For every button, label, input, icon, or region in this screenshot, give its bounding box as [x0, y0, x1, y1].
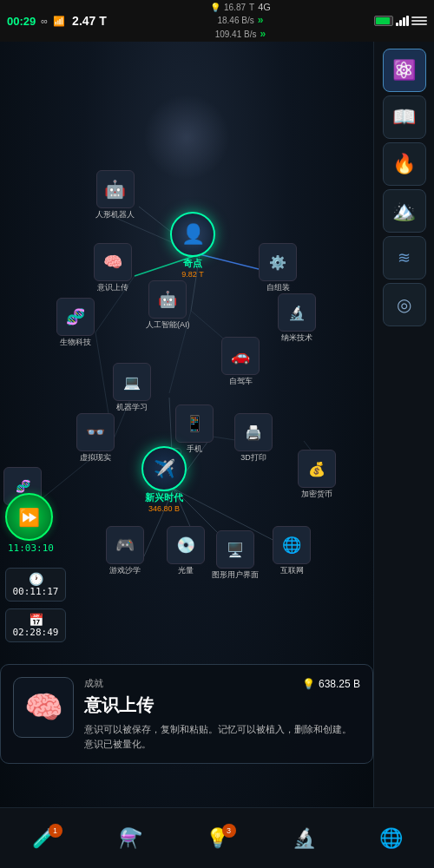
nav-badge-1: 1	[49, 824, 62, 838]
tech-node-biotech[interactable]: 🧬 生物科技	[56, 298, 95, 347]
battery-icon	[374, 16, 393, 26]
timer-box-2[interactable]: 🕐 00:11:17	[5, 568, 66, 602]
bulb-icon-achievement: 💡	[302, 678, 315, 690]
status-bar: 00:29 ∞ 📶 2.47 T 💡 16.87 T 4G 18.46 B/s …	[0, 0, 434, 42]
nano-icon: 🔬	[278, 293, 316, 332]
achievement-emoji: 🧠	[24, 689, 63, 726]
tech-node-singularity[interactable]: 👤 奇点 9.82 T	[170, 212, 215, 279]
signal-bar-1	[396, 23, 398, 26]
bulb-icon: 💡	[210, 3, 220, 12]
ai-label: 人工智能(AI)	[146, 320, 190, 330]
nav-icon-1: 🧪 1	[32, 827, 56, 850]
bulb-stat: 💡 16.87 T 4G	[210, 2, 271, 12]
right-sidebar: ⚛️ 📖 🔥 🏔️ ≋ ◎ ⚡	[373, 42, 434, 868]
left-panel: ⏩ 11:03:10 🕐 00:11:17 📅 02:28:49	[0, 493, 56, 642]
ml-icon: 💻	[113, 363, 151, 401]
menu-line-2	[411, 20, 427, 22]
achievement-points-value: 638.25 B	[319, 678, 360, 690]
selfbuild-icon: ⚙️	[259, 243, 297, 281]
tech-node-ai[interactable]: 🤖 人工智能(AI)	[146, 280, 190, 330]
vr-label: 虚拟现实	[80, 453, 111, 463]
tech-node-ml[interactable]: 💻 机器学习	[113, 363, 151, 412]
internet-label: 互联网	[280, 566, 304, 575]
ml-label: 机器学习	[116, 403, 148, 412]
newera-value: 346.80 B	[148, 504, 180, 513]
internet-icon: 🌐	[273, 526, 311, 564]
timer-box-3[interactable]: 📅 02:28:49	[5, 608, 66, 642]
achievement-tag: 成就	[84, 677, 103, 690]
nav-item-3[interactable]: 💡 3	[191, 827, 243, 850]
bulb-value: 16.87	[224, 3, 246, 12]
mobile-icon: 📱	[175, 404, 214, 443]
fast-forward-icon: ⏩	[18, 507, 40, 528]
timer-value-3: 02:28:49	[11, 627, 60, 638]
sidebar-btn-wave[interactable]: ≋	[383, 236, 426, 279]
tech-node-internet[interactable]: 🌐 互联网	[273, 526, 311, 575]
nav-item-4[interactable]: 🔬	[278, 827, 330, 850]
timer-icon-2: 🕐	[11, 572, 60, 586]
tech-node-android[interactable]: 🤖 人形机器人	[95, 170, 135, 220]
status-right	[374, 16, 427, 26]
singularity-value: 9.82 T	[181, 270, 203, 279]
achievement-points: 💡 638.25 B	[302, 678, 360, 690]
print3d-icon: 🖨️	[234, 413, 273, 451]
glow-effect	[143, 94, 230, 181]
nav-icon-3: 💡 3	[206, 827, 229, 850]
newera-icon: ✈️	[141, 446, 187, 491]
signal-bars	[396, 16, 409, 26]
network-stats: 💡 16.87 T 4G 18.46 B/s » 109.41 B/s »	[112, 2, 369, 40]
tech-node-autocar[interactable]: 🚗 自驾车	[221, 337, 260, 386]
singularity-label: 奇点	[183, 257, 202, 270]
tech-node-nano[interactable]: 🔬 纳米技术	[278, 293, 316, 343]
singularity-icon: 👤	[170, 212, 215, 257]
achievement-content: 成就 💡 638.25 B 意识上传 意识可以被保存，复制和粘贴。记忆可以被植入…	[84, 677, 360, 751]
sidebar-btn-mountain[interactable]: 🏔️	[383, 189, 426, 233]
menu-button[interactable]	[411, 16, 427, 25]
net-up: 109.41 B/s »	[215, 28, 266, 40]
signal-bar-4	[406, 16, 409, 26]
net-up-arrow: »	[260, 28, 266, 40]
tech-node-optical[interactable]: 💿 光量	[167, 526, 205, 575]
tech-node-vr[interactable]: 👓 虚拟现实	[76, 413, 115, 463]
crypto-label: 加密货币	[301, 490, 332, 499]
game-area[interactable]: 🤖 人形机器人 👤 奇点 9.82 T 🧠 意识上传 ⚙️ 自组装 🧬 生物科技…	[0, 42, 373, 868]
balance-display: 2.47 T	[72, 14, 107, 28]
tech-node-crypto[interactable]: 💰 加密货币	[298, 450, 336, 499]
timer-icon-3: 📅	[11, 613, 60, 627]
4g-icon: 4G	[258, 2, 271, 12]
tech-node-newera[interactable]: ✈️ 新兴时代 346.80 B	[141, 446, 187, 513]
menu-line-3	[411, 23, 427, 25]
fast-forward-button[interactable]: ⏩	[5, 493, 53, 541]
signal-bar-3	[403, 17, 405, 26]
biotech-label: 生物科技	[60, 338, 91, 347]
tech-node-gui[interactable]: 🖥️ 图形用户界面	[212, 530, 259, 580]
newera-label: 新兴时代	[145, 491, 183, 504]
timer-value-2: 00:11:17	[11, 586, 60, 597]
bottom-nav: 🧪 1 ⚗️ 💡 3 🔬 🌐	[0, 807, 434, 868]
battery-fill	[376, 17, 390, 24]
nav-icon-5: 🌐	[379, 827, 403, 850]
biotech-icon: 🧬	[56, 298, 95, 336]
gui-label: 图形用户界面	[212, 570, 259, 580]
sidebar-btn-flame[interactable]: 🔥	[383, 142, 426, 186]
net-down: 18.46 B/s »	[217, 14, 263, 26]
gaming-label: 游戏沙学	[109, 566, 141, 575]
nav-item-1[interactable]: 🧪 1	[17, 827, 69, 850]
bulb-unit: T	[249, 3, 254, 12]
signal-bar-2	[399, 20, 402, 26]
sidebar-btn-atom[interactable]: ⚛️	[383, 49, 426, 92]
gui-icon: 🖥️	[216, 530, 254, 569]
achievement-popup: 🧠 成就 💡 638.25 B 意识上传 意识可以被保存，复制和粘贴。记忆可以被…	[0, 664, 373, 764]
tech-node-selfbuild[interactable]: ⚙️ 自组装	[259, 243, 297, 293]
tech-node-gaming[interactable]: 🎮 游戏沙学	[106, 526, 144, 575]
tech-node-3dprint[interactable]: 🖨️ 3D打印	[234, 413, 273, 463]
selfbuild-label: 自组装	[266, 283, 290, 293]
mobile-label: 手机	[187, 444, 202, 454]
menu-line-1	[411, 16, 427, 18]
sidebar-btn-circle[interactable]: ◎	[383, 283, 426, 326]
status-time: 00:29	[7, 15, 36, 28]
tech-node-upload[interactable]: 🧠 意识上传	[94, 243, 132, 293]
sidebar-btn-book[interactable]: 📖	[383, 95, 426, 139]
nav-item-5[interactable]: 🌐	[365, 827, 417, 850]
nav-item-2[interactable]: ⚗️	[104, 827, 156, 850]
